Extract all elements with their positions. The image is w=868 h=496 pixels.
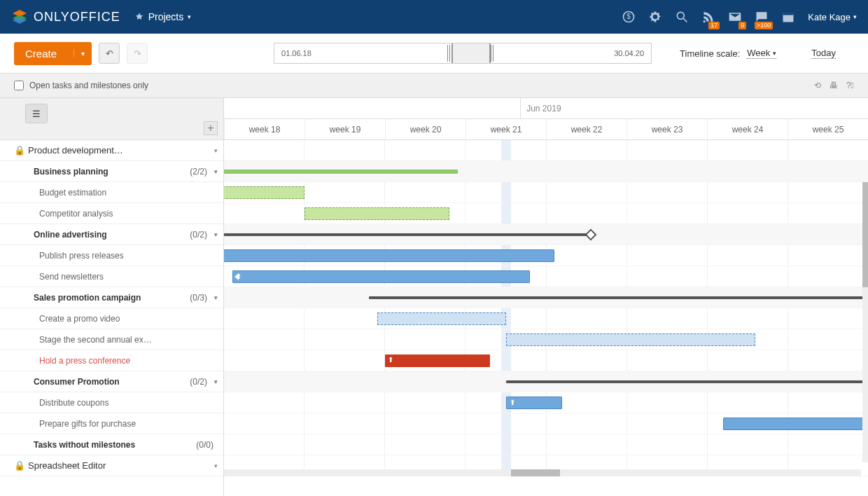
gantt-chart: Jun 2019 week 18 week 19 week 20 week 21… [224,98,868,496]
task-title: Prepare gifts for purchase [39,419,136,429]
open-tasks-checkbox[interactable] [14,81,24,90]
sidebar-menu-button[interactable]: ☰ [25,104,48,123]
gantt-row [224,182,868,203]
header-icon-group: $ 17 9 >100 Kate Kage▾ [622,10,857,24]
milestone-diamond[interactable] [584,229,596,241]
milestone-row[interactable]: Sales promotion campaign (0/3) ▾ [0,287,223,308]
task-row[interactable]: Distribute coupons [0,392,223,413]
lock-icon: 🔒 [14,145,25,156]
milestone-count: (0/2) [190,377,207,387]
project-row[interactable]: 🔒 Product development… ▾ [0,140,223,161]
feed-badge: 17 [708,22,720,29]
search-icon[interactable] [675,10,689,24]
gantt-row [224,308,868,329]
gantt-bar[interactable] [506,380,869,383]
svg-rect-5 [783,13,794,15]
gantt-bar[interactable]: ⬆ [385,354,490,367]
gantt-week-cell: week 20 [385,119,465,139]
gift-icon[interactable]: $ [622,10,636,24]
task-title: Budget estimation [39,188,106,198]
redo-button[interactable]: ↷ [127,43,148,64]
refresh-icon[interactable]: ⟲ [814,81,821,90]
chevron-down-icon: ▾ [188,13,191,20]
timeline-scale-label: Timeline scale: [680,48,740,59]
feed-icon[interactable]: 17 [701,10,715,24]
create-button[interactable]: Create [14,42,92,65]
chevron-down-icon[interactable]: ▾ [214,462,218,469]
gantt-row: ⬆ [224,392,868,413]
gantt-bar[interactable] [224,249,554,262]
chevron-down-icon[interactable]: ▾ [214,168,218,175]
gantt-bar[interactable] [723,418,868,430]
gantt-row [224,329,868,350]
horizontal-scrollbar[interactable] [224,469,861,476]
priority-icon: ⬆ [236,273,241,280]
nav-projects-dropdown[interactable]: Projects ▾ [134,11,192,22]
task-row[interactable]: Create a promo video [0,308,223,329]
app-header: ONLYOFFICE Projects ▾ $ 17 9 >100 Kate K… [0,0,868,34]
chevron-down-icon[interactable]: ▾ [214,231,218,238]
svg-point-2 [678,12,685,19]
gantt-row [224,203,868,224]
brand-logo[interactable]: ONLYOFFICE [11,8,120,25]
milestone-row[interactable]: Online advertising (0/2) ▾ [0,224,223,245]
calendar-icon[interactable] [781,10,795,24]
nav-projects-label: Projects [148,11,184,22]
gantt-body[interactable]: ⬆⬆⬆ [224,140,868,476]
gantt-row [224,245,868,266]
timeline-scale-group: Timeline scale: Week▾ [680,48,776,59]
gantt-row [224,413,868,434]
project-title: Spreadsheet Editor [28,460,214,471]
gantt-bar[interactable] [224,186,304,199]
milestone-row[interactable]: Consumer Promotion (0/2) ▾ [0,371,223,392]
gantt-month-label: Jun 2019 [520,98,868,118]
timeline-overview[interactable]: 01.06.18 30.04.20 [274,43,652,64]
vertical-scrollbar[interactable] [862,182,868,462]
gantt-bar[interactable] [224,170,458,174]
user-menu[interactable]: Kate Kage▾ [808,12,857,22]
milestone-title: Sales promotion campaign [34,293,141,303]
task-row[interactable]: Prepare gifts for purchase [0,413,223,434]
task-title: Competitor analysis [39,209,113,219]
gantt-bar[interactable] [506,333,756,346]
today-link[interactable]: Today [811,48,836,59]
print-icon[interactable]: 🖶 [830,81,838,90]
task-row[interactable]: Budget estimation [0,182,223,203]
gear-icon[interactable] [648,10,662,24]
gantt-bar[interactable] [369,296,868,299]
task-row[interactable]: Send newsletters [0,266,223,287]
gantt-bar[interactable]: ⬆ [232,270,531,283]
gantt-bar[interactable] [224,233,587,236]
chat-icon[interactable]: >100 [755,10,769,24]
gantt-week-cell: week 23 [626,119,707,139]
milestone-row[interactable]: Business planning (2/2) ▾ [0,161,223,182]
timeline-scale-select[interactable]: Week▾ [747,48,776,59]
chevron-down-icon[interactable]: ▾ [214,294,218,301]
svg-line-3 [684,19,687,22]
task-row[interactable]: Publish press releases [0,245,223,266]
task-row[interactable]: Stage the second annual ex… [0,329,223,350]
chevron-down-icon[interactable]: ▾ [214,378,218,385]
brand-text: ONLYOFFICE [34,10,120,25]
milestone-title: Tasks without milestones [34,440,135,450]
milestone-row[interactable]: Tasks without milestones (0/0) [0,434,223,455]
gantt-bar[interactable] [304,207,449,220]
project-row[interactable]: 🔒 Spreadsheet Editor ▾ [0,455,223,476]
mail-icon[interactable]: 9 [728,10,742,24]
gantt-row [224,287,868,308]
task-row[interactable]: Competitor analysis [0,203,223,224]
help-icon[interactable]: ?⃝ [846,81,854,90]
gantt-bar[interactable]: ⬆ [506,397,563,409]
task-title: Create a promo video [39,314,120,324]
gantt-bar[interactable] [377,312,506,325]
chevron-down-icon[interactable]: ▾ [214,147,218,154]
milestone-title: Online advertising [34,230,107,240]
task-row[interactable]: Hold a press conference [0,350,223,371]
undo-button[interactable]: ↶ [99,43,120,64]
task-title: Stage the second annual ex… [39,335,152,345]
task-title: Distribute coupons [39,398,108,408]
gantt-week-cell: week 22 [546,119,626,139]
add-project-button[interactable]: + [204,121,218,135]
timeline-window-handle[interactable] [451,43,491,63]
gantt-week-cell: week 18 [224,119,304,139]
